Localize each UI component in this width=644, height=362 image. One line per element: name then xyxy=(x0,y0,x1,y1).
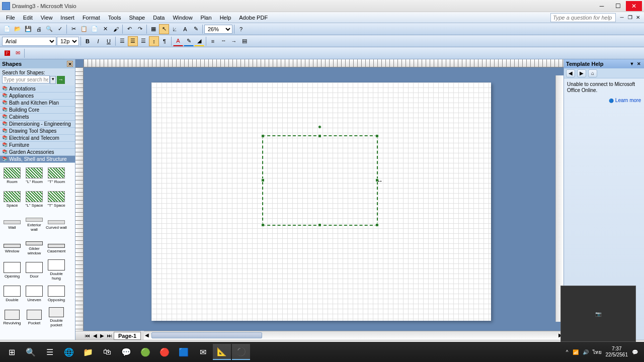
shape-item[interactable]: Opening xyxy=(2,259,23,282)
shape-item[interactable]: Space xyxy=(2,188,23,211)
start-button[interactable]: ⊞ xyxy=(3,344,21,360)
shape-item[interactable]: Pocket xyxy=(24,306,45,329)
help-back-button[interactable]: ◀ xyxy=(566,69,575,77)
italic-button[interactable]: I xyxy=(93,36,103,46)
print-button[interactable]: 🖨 xyxy=(34,24,44,34)
edge-button[interactable]: 🌐 xyxy=(60,344,78,360)
fontsize-combo[interactable]: 12pt xyxy=(57,37,79,46)
tray-volume-icon[interactable]: 🔊 xyxy=(583,349,589,355)
spelling-button[interactable]: ✓ xyxy=(55,24,65,34)
undo-button[interactable]: ↶ xyxy=(124,24,134,34)
page-next-button[interactable]: ▶ xyxy=(99,333,106,338)
horizontal-scroll-thumb[interactable] xyxy=(151,332,262,338)
shape-item[interactable]: Room xyxy=(2,164,23,187)
stencil-item[interactable]: Annotations xyxy=(0,85,75,93)
search-shapes-input[interactable] xyxy=(2,75,50,83)
store-button[interactable]: 🛍 xyxy=(98,344,116,360)
shape-item[interactable]: Uneven xyxy=(24,283,45,305)
shape-item[interactable]: "L" Space xyxy=(24,188,45,211)
selection-handle-bottom-left[interactable] xyxy=(261,223,265,227)
bold-button[interactable]: B xyxy=(83,36,93,46)
shape-item[interactable]: Double hung xyxy=(46,259,67,282)
format-painter-button[interactable]: 🖌 xyxy=(111,24,121,34)
help-button[interactable]: ? xyxy=(236,24,246,34)
align-left-button[interactable]: ☰ xyxy=(117,36,127,46)
menu-shape[interactable]: Shape xyxy=(125,14,149,22)
canvas-viewport[interactable]: ↔ xyxy=(84,67,564,331)
menu-tools[interactable]: Tools xyxy=(104,14,125,22)
help-home-button[interactable]: ⌂ xyxy=(588,69,597,77)
page-last-button[interactable]: ⏭ xyxy=(106,333,114,338)
help-panel-dropdown[interactable]: ▼ xyxy=(629,61,635,67)
selection-handle-bottom-right[interactable] xyxy=(375,223,379,227)
stencil-item[interactable]: Drawing Tool Shapes xyxy=(0,128,75,135)
open-button[interactable]: 📂 xyxy=(13,24,23,34)
align-middle-button[interactable]: ↕ xyxy=(149,36,159,46)
menu-insert[interactable]: Insert xyxy=(56,14,78,22)
photoshop-button[interactable]: 🟦 xyxy=(175,344,193,360)
stencil-item[interactable]: Building Core xyxy=(0,107,75,114)
chrome-button[interactable]: 🔴 xyxy=(155,344,174,360)
shape-item[interactable]: Revolving xyxy=(2,306,23,329)
increase-indent-button[interactable]: ¶ xyxy=(159,36,170,46)
stencil-item[interactable]: Appliances xyxy=(0,93,75,100)
horizontal-scrollbar[interactable]: ◀ ▶ xyxy=(144,331,564,340)
copy-button[interactable]: 📋 xyxy=(79,24,89,34)
cut-button[interactable]: ✂ xyxy=(68,24,78,34)
menu-plan[interactable]: Plan xyxy=(197,14,216,22)
menu-adobe-pdf[interactable]: Adobe PDF xyxy=(235,14,272,22)
minimize-button[interactable]: ─ xyxy=(594,1,610,11)
shape-item[interactable]: Window xyxy=(2,235,23,258)
shape-item[interactable]: Double xyxy=(2,283,23,305)
tray-notifications-icon[interactable]: 💬 xyxy=(632,349,638,355)
underline-button[interactable]: U xyxy=(104,36,114,46)
menu-view[interactable]: View xyxy=(37,14,57,22)
page-tab-1[interactable]: Page-1 xyxy=(114,332,141,340)
rotation-handle[interactable] xyxy=(318,125,321,129)
align-right-button[interactable]: ☰ xyxy=(138,36,148,46)
stencil-item[interactable]: Furniture xyxy=(0,142,75,149)
pdf-convert-button[interactable]: 🅿 xyxy=(2,48,12,58)
line-pattern-button[interactable]: ╌ xyxy=(218,36,228,46)
doc-minimize-button[interactable]: ─ xyxy=(618,14,625,21)
shape-item[interactable]: Curved wall xyxy=(46,212,67,234)
new-button[interactable]: 📄 xyxy=(2,24,12,34)
selection-handle-bottom-middle[interactable] xyxy=(318,223,321,227)
close-button[interactable]: ✕ xyxy=(626,1,642,11)
app-button-1[interactable]: 🟢 xyxy=(136,344,154,360)
page-first-button[interactable]: ⏮ xyxy=(84,333,92,338)
shape-item[interactable]: "T" Room xyxy=(46,164,67,187)
paste-button[interactable]: 📄 xyxy=(90,24,100,34)
pdf-mail-button[interactable]: ✉ xyxy=(13,48,23,58)
shape-item[interactable]: Door xyxy=(24,259,45,282)
selection-handle-top-middle[interactable] xyxy=(318,134,321,138)
font-color-button[interactable]: A xyxy=(173,36,183,46)
print-preview-button[interactable]: 🔍 xyxy=(44,24,54,34)
stencil-item[interactable]: Bath and Kitchen Plan xyxy=(0,100,75,107)
selected-room-shape[interactable]: ↔ xyxy=(262,135,378,226)
shape-item[interactable]: "L" Room xyxy=(24,164,45,187)
doc-close-button[interactable]: ✕ xyxy=(634,14,641,21)
stencil-item[interactable]: Garden Accessories xyxy=(0,149,75,156)
help-question-input[interactable] xyxy=(550,13,616,22)
font-combo[interactable]: Arial xyxy=(2,37,56,46)
tray-language[interactable]: ไทย xyxy=(593,348,602,356)
zoom-combo[interactable]: 26% xyxy=(204,25,232,34)
file-explorer-button[interactable]: 📁 xyxy=(79,344,97,360)
shapes-panel-close-button[interactable]: ✕ xyxy=(67,61,73,67)
line-weight-button[interactable]: ≡ xyxy=(208,36,218,46)
line-ends-button[interactable]: → xyxy=(229,36,239,46)
help-learn-more-link[interactable]: Learn more xyxy=(609,98,641,104)
selection-handle-middle-left[interactable] xyxy=(261,178,265,182)
save-button[interactable]: 💾 xyxy=(23,24,33,34)
fill-color-button[interactable]: ◢ xyxy=(194,36,204,46)
menu-format[interactable]: Format xyxy=(78,14,104,22)
drawing-page[interactable]: ↔ xyxy=(151,82,491,321)
maximize-button[interactable]: ☐ xyxy=(610,1,626,11)
mail-button[interactable]: ✉ xyxy=(194,344,212,360)
menu-help[interactable]: Help xyxy=(216,14,235,22)
align-center-button[interactable]: ☰ xyxy=(128,36,138,46)
shape-item[interactable]: Exterior wall xyxy=(24,212,45,234)
menu-file[interactable]: File xyxy=(2,14,19,22)
doc-restore-button[interactable]: ❐ xyxy=(626,14,633,21)
